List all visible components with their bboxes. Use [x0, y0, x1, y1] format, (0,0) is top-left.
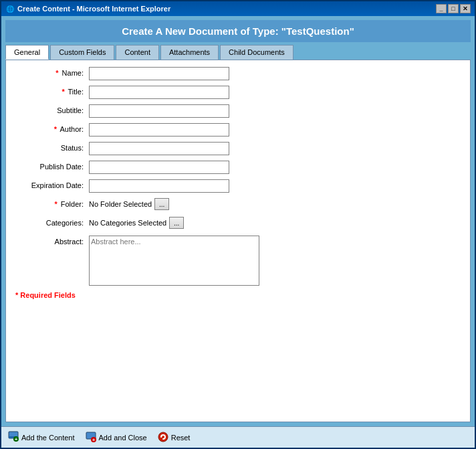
svg-point-7	[158, 432, 168, 442]
subtitle-row: Subtitle:	[15, 104, 461, 119]
page-title: Create A New Document of Type: "TestQues…	[122, 25, 354, 37]
author-input[interactable]	[89, 123, 229, 137]
maximize-button[interactable]: □	[448, 4, 459, 13]
abstract-textarea[interactable]	[89, 236, 259, 286]
window-body: Create A New Document of Type: "TestQues…	[1, 16, 475, 426]
tab-child-documents[interactable]: Child Documents	[220, 45, 293, 60]
reset-action[interactable]: Reset	[158, 432, 191, 444]
publish-date-input[interactable]	[89, 161, 229, 174]
categories-browse-button[interactable]: ...	[169, 217, 184, 229]
add-content-action[interactable]: + Add the Content	[8, 431, 75, 444]
title-row: * Title:	[15, 86, 461, 100]
page-header: Create A New Document of Type: "TestQues…	[5, 20, 471, 42]
folder-browse-button[interactable]: ...	[154, 198, 169, 210]
tab-bar: General Custom Fields Content Attachment…	[5, 45, 471, 60]
categories-control: No Categories Selected ...	[89, 217, 184, 229]
tab-general[interactable]: General	[5, 45, 49, 60]
close-button[interactable]: ✕	[460, 4, 471, 13]
name-required-star: *	[55, 69, 58, 77]
publish-date-label: Publish Date:	[15, 161, 89, 171]
svg-text:+: +	[15, 436, 18, 442]
add-close-label: Add and Close	[99, 434, 147, 442]
author-label: * Author:	[15, 123, 89, 133]
name-label: * Name:	[15, 67, 89, 77]
svg-text:+: +	[92, 437, 95, 442]
minimize-button[interactable]: _	[436, 4, 447, 13]
status-input[interactable]	[89, 142, 229, 155]
folder-row: * Folder: No Folder Selected ...	[15, 198, 461, 213]
required-fields-note: * Required Fields	[15, 291, 461, 299]
add-close-action[interactable]: + Add and Close	[86, 432, 147, 444]
folder-placeholder: No Folder Selected	[89, 200, 152, 208]
add-content-label: Add the Content	[21, 434, 75, 442]
add-close-icon: +	[86, 432, 96, 444]
tab-custom-fields[interactable]: Custom Fields	[50, 45, 114, 60]
status-row: Status:	[15, 142, 461, 157]
status-label: Status:	[15, 142, 89, 152]
subtitle-label: Subtitle:	[15, 104, 89, 114]
categories-placeholder: No Categories Selected	[89, 219, 166, 227]
publish-date-row: Publish Date:	[15, 161, 461, 175]
add-close-svg: +	[86, 432, 96, 442]
title-input[interactable]	[89, 86, 229, 99]
folder-control: No Folder Selected ...	[89, 198, 169, 210]
folder-label: * Folder:	[15, 198, 89, 208]
categories-label: Categories:	[15, 217, 89, 227]
abstract-row: Abstract:	[15, 236, 461, 286]
author-required-star: *	[54, 125, 57, 133]
reset-icon	[158, 432, 168, 444]
name-input[interactable]	[89, 67, 229, 80]
abstract-label: Abstract:	[15, 236, 89, 246]
reset-svg	[158, 432, 168, 442]
tab-attachments[interactable]: Attachments	[160, 45, 219, 60]
folder-required-star: *	[54, 200, 57, 208]
name-row: * Name:	[15, 67, 461, 82]
tab-content[interactable]: Content	[116, 45, 159, 60]
title-bar: 🌐 Create Content - Microsoft Internet Ex…	[1, 1, 475, 16]
categories-row: Categories: No Categories Selected ...	[15, 217, 461, 232]
title-bar-left: 🌐 Create Content - Microsoft Internet Ex…	[5, 4, 170, 13]
title-label: * Title:	[15, 86, 89, 96]
browser-icon: 🌐	[5, 4, 15, 13]
window-title: Create Content - Microsoft Internet Expl…	[17, 5, 170, 13]
author-row: * Author:	[15, 123, 461, 138]
window: 🌐 Create Content - Microsoft Internet Ex…	[0, 0, 476, 449]
add-content-icon: +	[8, 431, 19, 444]
content-panel: * Name: * Title: Subtitle:	[5, 60, 471, 422]
expiration-date-input[interactable]	[89, 179, 229, 193]
add-content-svg: +	[8, 431, 19, 442]
title-controls: _ □ ✕	[436, 4, 471, 13]
expiration-date-row: Expiration Date:	[15, 179, 461, 194]
title-required-star: *	[62, 88, 64, 96]
subtitle-input[interactable]	[89, 104, 229, 118]
bottom-bar: + Add the Content + Add and Close	[1, 426, 475, 448]
reset-label: Reset	[171, 434, 191, 442]
expiration-date-label: Expiration Date:	[15, 179, 89, 189]
